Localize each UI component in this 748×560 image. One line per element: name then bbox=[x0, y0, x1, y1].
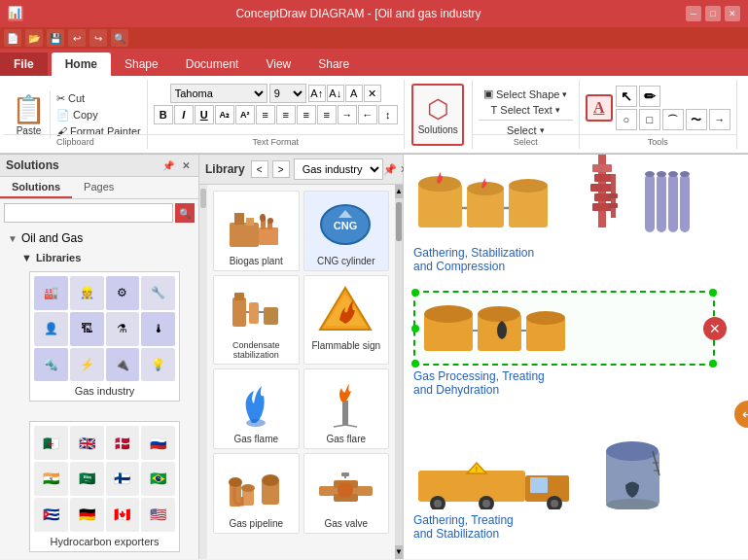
tab-home[interactable]: Home bbox=[52, 52, 111, 76]
outdent-btn[interactable]: ← bbox=[358, 105, 377, 124]
svg-rect-14 bbox=[249, 302, 259, 324]
tool-curve-btn[interactable]: 〜 bbox=[686, 109, 707, 130]
underline-btn[interactable]: U bbox=[195, 105, 214, 124]
gas-industry-thumb[interactable]: 🏭 👷 ⚙ 🔧 👤 🏗 ⚗ 🌡 🔩 ⚡ 🔌 💡 Gas industry bbox=[29, 271, 180, 402]
solutions-search-button[interactable]: 🔍 bbox=[175, 203, 195, 223]
handle-ml[interactable] bbox=[411, 325, 419, 332]
solutions-close-btn[interactable]: ✕ bbox=[179, 158, 193, 172]
italic-btn[interactable]: I bbox=[174, 105, 194, 124]
indent-btn[interactable]: → bbox=[338, 105, 357, 124]
redo-btn[interactable]: ↪ bbox=[89, 29, 107, 47]
tab-view[interactable]: View bbox=[252, 52, 304, 76]
justify-btn[interactable]: ≡ bbox=[317, 105, 337, 124]
solutions-button[interactable]: ⬡ Solutions bbox=[411, 84, 464, 146]
copy-button[interactable]: 📄 Copy bbox=[54, 108, 143, 122]
font-family-select[interactable]: Tahoma bbox=[170, 84, 267, 103]
svg-line-22 bbox=[334, 425, 345, 427]
gathering-shapes bbox=[413, 164, 569, 242]
tab-file[interactable]: File bbox=[0, 52, 48, 76]
tab-pages[interactable]: Pages bbox=[72, 177, 125, 198]
tab-solutions[interactable]: Solutions bbox=[0, 177, 72, 198]
solutions-label: Solutions bbox=[418, 124, 458, 135]
lib-item-condensate[interactable]: Condensatestabilization bbox=[213, 275, 300, 365]
handle-tr[interactable] bbox=[709, 289, 717, 297]
handle-tl[interactable] bbox=[411, 289, 419, 297]
paste-button[interactable]: 📋 Paste bbox=[8, 91, 51, 138]
select-text-button[interactable]: T Select Text ▾ bbox=[487, 102, 564, 118]
align-center-btn[interactable]: ≡ bbox=[276, 105, 296, 124]
close-btn[interactable]: ✕ bbox=[725, 6, 740, 21]
spacing-btn[interactable]: ↕ bbox=[378, 105, 398, 124]
tab-share[interactable]: Share bbox=[304, 52, 363, 76]
solutions-search-input[interactable] bbox=[4, 203, 173, 223]
tool-circle-btn[interactable]: ○ bbox=[616, 109, 637, 130]
font-tool-btn[interactable]: A bbox=[586, 94, 613, 122]
sub-btn[interactable]: A₂ bbox=[215, 105, 234, 124]
scroll-down-btn[interactable]: ▼ bbox=[395, 545, 403, 559]
library-pin-btn[interactable]: 📌 bbox=[383, 163, 397, 176]
lib-item-flammable[interactable]: Flammable sign bbox=[303, 275, 390, 365]
svg-rect-53 bbox=[645, 174, 655, 232]
lib-item-gasflame[interactable]: Gas flame bbox=[213, 368, 300, 449]
undo-btn[interactable]: ↩ bbox=[68, 29, 86, 47]
scroll-up-btn[interactable]: ▲ bbox=[395, 185, 403, 198]
valve-icon bbox=[312, 458, 380, 516]
scroll-indicator bbox=[200, 189, 206, 208]
search-btn[interactable]: 🔍 bbox=[111, 29, 128, 47]
open-btn[interactable]: 📂 bbox=[25, 29, 43, 47]
library-scrollbar-left bbox=[199, 185, 207, 559]
delete-button[interactable]: ✕ bbox=[703, 317, 727, 340]
hydrocarbon-thumb[interactable]: 🇩🇿 🇬🇧 🇩🇰 🇷🇺 🇮🇳 🇸🇦 🇫🇮 🇧🇷 🇨🇺 🇩🇪 🇨🇦 🇺🇸 Hydr… bbox=[29, 421, 180, 551]
lib-next-btn[interactable]: > bbox=[272, 160, 290, 178]
tree-item-oil-gas[interactable]: ▼ Oil and Gas bbox=[2, 228, 196, 248]
tool-arc-btn[interactable]: ⌒ bbox=[662, 109, 684, 130]
cut-button[interactable]: ✂ Cut bbox=[54, 91, 143, 106]
bold-btn[interactable]: B bbox=[154, 105, 173, 124]
solutions-icon: ⬡ bbox=[427, 94, 449, 124]
clipboard-label: Clipboard bbox=[4, 134, 147, 147]
canvas-area[interactable]: Gathering, Stabilization and Compression bbox=[404, 155, 748, 559]
tool-rect-btn[interactable]: □ bbox=[639, 109, 660, 130]
gasflame-icon bbox=[222, 373, 290, 432]
lib-item-biogas[interactable]: Biogas plant bbox=[213, 191, 300, 271]
new-btn[interactable]: 📄 bbox=[4, 29, 21, 47]
lib-item-cng[interactable]: CNG CNG cylinder bbox=[303, 191, 390, 271]
increase-font-btn[interactable]: A↑ bbox=[308, 85, 326, 102]
font-clear-btn[interactable]: ✕ bbox=[364, 85, 381, 102]
tab-document[interactable]: Document bbox=[172, 52, 253, 76]
hc-cell-6: 🇸🇦 bbox=[70, 462, 104, 496]
lib-item-valve[interactable]: Gas valve bbox=[303, 453, 390, 534]
tab-shape[interactable]: Shape bbox=[111, 52, 172, 76]
lib-prev-btn[interactable]: < bbox=[251, 160, 268, 178]
handle-bl[interactable] bbox=[411, 360, 419, 368]
select-shape-button[interactable]: ▣ Select Shape ▾ bbox=[480, 86, 571, 102]
flammable-icon bbox=[312, 280, 380, 338]
app-icon-1: 📊 bbox=[8, 6, 23, 21]
solutions-pin-btn[interactable]: 📌 bbox=[161, 158, 175, 172]
lib-item-gasflare[interactable]: Gas flare bbox=[303, 368, 390, 449]
library-scrollbar[interactable]: ▲ ▼ bbox=[395, 185, 403, 559]
tool-pointer-btn[interactable]: → bbox=[709, 109, 730, 130]
tool-cursor-btn[interactable]: ↖ bbox=[616, 86, 637, 107]
align-right-btn[interactable]: ≡ bbox=[297, 105, 316, 124]
flammable-label: Flammable sign bbox=[311, 340, 380, 351]
library-nav: < > Gas industry bbox=[251, 158, 383, 180]
font-extra-btn[interactable]: A bbox=[345, 85, 363, 102]
maximize-btn[interactable]: □ bbox=[705, 6, 721, 21]
libraries-header[interactable]: ▼ Libraries bbox=[2, 248, 196, 267]
align-left-btn[interactable]: ≡ bbox=[256, 105, 275, 124]
font-size-select[interactable]: 9 bbox=[269, 84, 306, 103]
library-dropdown[interactable]: Gas industry bbox=[294, 158, 383, 180]
minimize-btn[interactable]: ─ bbox=[686, 6, 701, 21]
sup-btn[interactable]: A² bbox=[235, 105, 255, 124]
ribbon: File Home Shape Document View Share 📋 Pa… bbox=[0, 49, 748, 155]
decrease-font-btn[interactable]: A↓ bbox=[327, 85, 344, 102]
lib-item-pipeline[interactable]: Gas pipeline bbox=[213, 453, 300, 534]
window-controls[interactable]: ─ □ ✕ bbox=[686, 6, 740, 21]
solutions-panel-controls[interactable]: 📌 ✕ bbox=[161, 158, 193, 172]
tool-pen-btn[interactable]: ✏ bbox=[639, 86, 660, 107]
save-btn[interactable]: 💾 bbox=[47, 29, 64, 47]
svg-point-41 bbox=[509, 179, 548, 192]
handle-br[interactable] bbox=[709, 360, 717, 368]
svg-point-66 bbox=[526, 311, 565, 325]
